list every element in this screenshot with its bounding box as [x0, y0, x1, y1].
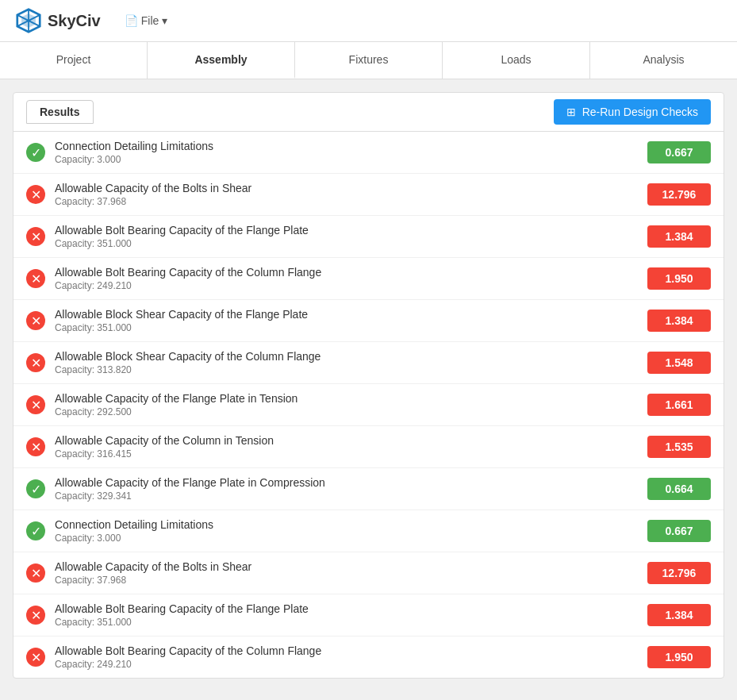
- result-capacity: Capacity: 329.341: [55, 490, 638, 502]
- result-info: Allowable Capacity of the Bolts in Shear…: [55, 560, 638, 586]
- rerun-design-checks-button[interactable]: ⊞ Re-Run Design Checks: [554, 99, 711, 125]
- fail-icon: ✕: [26, 563, 45, 583]
- results-list: ✓Connection Detailing LimitationsCapacit…: [13, 132, 724, 678]
- result-info: Allowable Capacity of the Bolts in Shear…: [55, 182, 638, 207]
- chevron-down-icon: ▾: [162, 14, 167, 27]
- pass-icon: ✓: [26, 521, 45, 540]
- result-info: Allowable Block Shear Capacity of the Co…: [55, 350, 638, 375]
- tab-project[interactable]: Project: [0, 42, 148, 79]
- result-title: Connection Detailing Limitations: [55, 518, 638, 531]
- result-title: Allowable Capacity of the Column in Tens…: [55, 434, 638, 447]
- result-row: ✕Allowable Bolt Bearing Capacity of the …: [13, 637, 724, 678]
- result-title: Allowable Block Shear Capacity of the Fl…: [55, 308, 638, 321]
- result-capacity: Capacity: 3.000: [55, 154, 638, 165]
- results-card: Results ⊞ Re-Run Design Checks ✓Connecti…: [13, 92, 724, 679]
- main-content: Results ⊞ Re-Run Design Checks ✓Connecti…: [0, 79, 737, 691]
- result-value-badge: 0.664: [647, 478, 711, 500]
- result-capacity: Capacity: 351.000: [55, 238, 638, 249]
- result-capacity: Capacity: 292.500: [55, 406, 638, 417]
- result-capacity: Capacity: 249.210: [55, 659, 638, 670]
- tab-assembly[interactable]: Assembly: [148, 42, 295, 79]
- logo: SkyCiv: [16, 8, 101, 33]
- result-info: Allowable Capacity of the Flange Plate i…: [55, 476, 638, 502]
- result-capacity: Capacity: 316.415: [55, 448, 638, 460]
- result-row: ✓Allowable Capacity of the Flange Plate …: [13, 468, 724, 510]
- result-value-badge: 1.548: [647, 352, 711, 374]
- result-value-badge: 1.535: [647, 436, 711, 458]
- fail-icon: ✕: [26, 437, 45, 456]
- file-icon: 📄: [125, 14, 138, 27]
- fail-icon: ✕: [26, 395, 45, 414]
- result-value-badge: 0.667: [647, 520, 711, 542]
- result-title: Allowable Bolt Bearing Capacity of the F…: [55, 602, 638, 615]
- result-title: Allowable Capacity of the Flange Plate i…: [55, 392, 638, 405]
- result-capacity: Capacity: 249.210: [55, 280, 638, 291]
- result-title: Allowable Bolt Bearing Capacity of the F…: [55, 224, 638, 237]
- result-capacity: Capacity: 313.820: [55, 364, 638, 375]
- result-row: ✕Allowable Capacity of the Flange Plate …: [13, 384, 724, 426]
- result-value-badge: 12.796: [647, 183, 711, 206]
- result-value-badge: 12.796: [647, 562, 711, 584]
- result-info: Connection Detailing LimitationsCapacity…: [55, 518, 638, 544]
- result-row: ✕Allowable Capacity of the Column in Ten…: [13, 426, 724, 468]
- result-capacity: Capacity: 351.000: [55, 617, 638, 628]
- result-row: ✕Allowable Bolt Bearing Capacity of the …: [13, 594, 724, 637]
- result-row: ✓Connection Detailing LimitationsCapacit…: [13, 510, 724, 552]
- result-row: ✕Allowable Block Shear Capacity of the F…: [13, 300, 724, 342]
- result-value-badge: 1.384: [647, 310, 711, 332]
- result-info: Allowable Bolt Bearing Capacity of the F…: [55, 224, 638, 249]
- result-capacity: Capacity: 37.968: [55, 575, 638, 586]
- fail-icon: ✕: [26, 185, 45, 204]
- tab-fixtures[interactable]: Fixtures: [295, 42, 443, 79]
- fail-icon: ✕: [26, 606, 45, 625]
- logo-icon: [16, 8, 41, 33]
- result-row: ✕Allowable Block Shear Capacity of the C…: [13, 342, 724, 384]
- result-row: ✕Allowable Bolt Bearing Capacity of the …: [13, 258, 724, 300]
- result-title: Allowable Capacity of the Bolts in Shear: [55, 182, 638, 194]
- tab-loads[interactable]: Loads: [443, 42, 590, 79]
- fail-icon: ✕: [26, 353, 45, 372]
- pass-icon: ✓: [26, 479, 45, 498]
- result-value-badge: 1.661: [647, 394, 711, 416]
- result-info: Allowable Capacity of the Flange Plate i…: [55, 392, 638, 417]
- result-row: ✕Allowable Bolt Bearing Capacity of the …: [13, 216, 724, 258]
- result-row: ✕Allowable Capacity of the Bolts in Shea…: [13, 552, 724, 594]
- result-capacity: Capacity: 351.000: [55, 322, 638, 333]
- result-info: Allowable Capacity of the Column in Tens…: [55, 434, 638, 460]
- result-capacity: Capacity: 37.968: [55, 196, 638, 207]
- result-title: Connection Detailing Limitations: [55, 140, 638, 152]
- fail-icon: ✕: [26, 227, 45, 246]
- result-title: Allowable Capacity of the Flange Plate i…: [55, 476, 638, 489]
- nav-tabs: Project Assembly Fixtures Loads Analysis: [0, 42, 737, 79]
- fail-icon: ✕: [26, 648, 45, 667]
- result-row: ✓Connection Detailing LimitationsCapacit…: [13, 132, 724, 174]
- result-info: Allowable Bolt Bearing Capacity of the C…: [55, 644, 638, 670]
- tab-analysis[interactable]: Analysis: [590, 42, 737, 79]
- result-value-badge: 1.950: [647, 646, 711, 668]
- result-title: Allowable Capacity of the Bolts in Shear: [55, 560, 638, 573]
- fail-icon: ✕: [26, 269, 45, 288]
- results-header: Results ⊞ Re-Run Design Checks: [13, 93, 724, 132]
- result-title: Allowable Bolt Bearing Capacity of the C…: [55, 644, 638, 657]
- fail-icon: ✕: [26, 311, 45, 330]
- result-info: Allowable Block Shear Capacity of the Fl…: [55, 308, 638, 333]
- result-value-badge: 1.384: [647, 225, 711, 248]
- result-info: Allowable Bolt Bearing Capacity of the C…: [55, 266, 638, 291]
- results-tab[interactable]: Results: [26, 100, 94, 124]
- result-info: Connection Detailing LimitationsCapacity…: [55, 140, 638, 165]
- rerun-icon: ⊞: [566, 106, 576, 118]
- logo-text: SkyCiv: [48, 12, 101, 30]
- result-info: Allowable Bolt Bearing Capacity of the F…: [55, 602, 638, 628]
- app-header: SkyCiv 📄 File ▾: [0, 0, 737, 42]
- file-menu[interactable]: 📄 File ▾: [125, 14, 168, 27]
- pass-icon: ✓: [26, 143, 45, 162]
- result-capacity: Capacity: 3.000: [55, 533, 638, 544]
- result-title: Allowable Bolt Bearing Capacity of the C…: [55, 266, 638, 279]
- result-value-badge: 1.384: [647, 604, 711, 626]
- file-menu-label: File: [141, 14, 159, 27]
- result-value-badge: 0.667: [647, 141, 711, 163]
- rerun-button-label: Re-Run Design Checks: [582, 106, 698, 118]
- result-title: Allowable Block Shear Capacity of the Co…: [55, 350, 638, 363]
- result-value-badge: 1.950: [647, 267, 711, 290]
- result-row: ✕Allowable Capacity of the Bolts in Shea…: [13, 174, 724, 216]
